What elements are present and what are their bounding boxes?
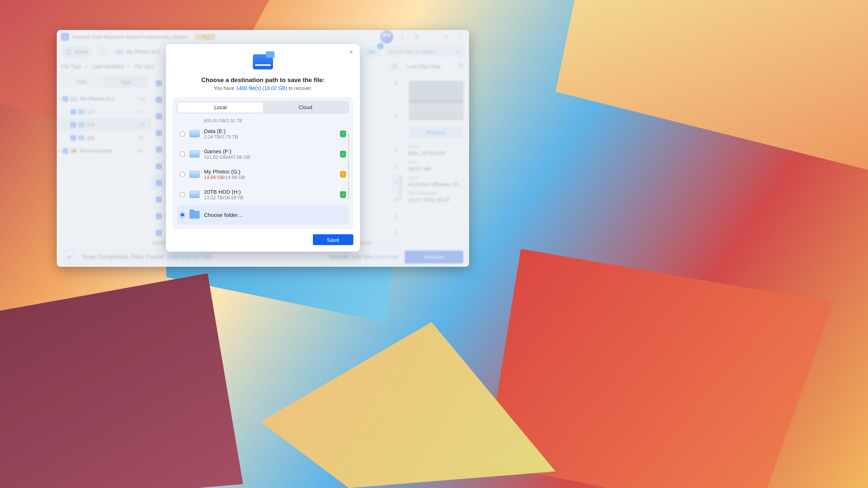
detail-label-size: Size — [408, 160, 464, 165]
radio-icon[interactable] — [180, 151, 185, 157]
save-icon — [253, 54, 273, 69]
filter-file-size[interactable]: File Size — [135, 64, 154, 69]
preview-thumbnail — [409, 81, 464, 120]
detail-label-modified: Date Modified — [408, 191, 464, 196]
checkbox-icon[interactable] — [63, 96, 68, 102]
checkbox-icon[interactable] — [156, 130, 162, 136]
dialog-subtitle: You have 1400 file(s) (18.02 GB) to reco… — [173, 85, 353, 91]
tag-filter-icon[interactable] — [458, 63, 465, 70]
drive-row[interactable]: Games (F:) 321.62 GB/447.06 GB — [177, 144, 349, 164]
up-button[interactable] — [95, 46, 108, 57]
tab-type[interactable]: Type — [104, 76, 148, 88]
checkbox-icon[interactable] — [156, 197, 162, 202]
menu-icon[interactable] — [411, 31, 422, 42]
svg-point-1 — [456, 50, 460, 53]
minimize-button[interactable] — [426, 31, 437, 42]
folder-tree: ▾ My Photos (G:) 743 cr2 341 — [57, 91, 150, 247]
checkbox-icon[interactable] — [156, 147, 162, 153]
search-input[interactable] — [388, 49, 452, 55]
tree-node[interactable]: ▾ My Photos (G:) 743 — [57, 92, 150, 105]
save-destination-dialog: Choose a destination path to save the fi… — [166, 44, 360, 252]
destination-tabs: Local Cloud — [177, 101, 349, 114]
status-warning-icon — [340, 171, 346, 178]
filter-button[interactable]: lter 2 — [365, 46, 381, 57]
drive-row[interactable]: Data (E:) 2.24 TB/2.73 TB — [177, 124, 349, 144]
svg-point-2 — [460, 64, 460, 65]
drive-row[interactable]: My Photos (G:) 14.94 GB/14.98 GB — [177, 164, 349, 184]
detail-label-name: Name — [408, 144, 464, 149]
radio-icon[interactable] — [180, 172, 185, 177]
tab-path[interactable]: Path — [60, 76, 104, 88]
radio-icon[interactable] — [180, 131, 185, 137]
folder-icon — [190, 211, 200, 219]
tab-cloud[interactable]: Cloud — [263, 102, 348, 112]
checkbox-icon[interactable] — [156, 180, 162, 186]
filter-count-badge: 2 — [377, 43, 384, 50]
checkbox-icon[interactable] — [63, 148, 68, 154]
tree-node[interactable]: cr2 341 — [57, 105, 150, 118]
dialog-title: Choose a destination path to save the fi… — [173, 77, 353, 84]
checkbox-icon[interactable] — [156, 114, 162, 119]
maximize-button[interactable] — [440, 31, 451, 42]
folder-icon — [78, 135, 85, 140]
checkbox-icon[interactable] — [71, 135, 76, 141]
tree-node[interactable]: cr3 45 — [57, 118, 150, 131]
selection-summary: Selected: 1400 files (18.02 GB) — [328, 254, 399, 260]
scan-complete-icon — [63, 250, 76, 264]
tab-local[interactable]: Local — [178, 102, 263, 112]
status-ok-icon — [340, 151, 346, 158]
expand-icon[interactable]: ▸ — [57, 149, 63, 153]
export-icon[interactable] — [397, 31, 408, 42]
checkbox-icon[interactable] — [156, 97, 162, 103]
lost-files-only-label: Lost Files Only — [407, 64, 441, 69]
vertical-scrollbar[interactable] — [348, 132, 349, 200]
preview-button[interactable]: Preview — [409, 126, 463, 138]
assistant-avatar-icon[interactable] — [380, 30, 393, 43]
drive-icon — [70, 96, 77, 101]
chevron-down-icon: ▾ — [85, 64, 88, 69]
pro-badge: Pro — [194, 34, 216, 40]
sidebar-tabs: Path Type — [60, 76, 148, 88]
detail-label-type: Type — [408, 175, 464, 180]
folder-icon — [78, 109, 85, 114]
drive-row[interactable]: 20TB HDD (H:) 13.22 TB/18.19 TB — [177, 184, 349, 205]
scan-status-text: Scan Completed, Files Found: 1400 (18.02… — [82, 253, 212, 261]
svg-rect-0 — [444, 35, 447, 38]
breadcrumb-label: My Photos (G:) — [126, 49, 160, 55]
checkbox-icon[interactable] — [156, 230, 162, 236]
checkbox-icon[interactable] — [156, 163, 162, 169]
detail-value-name: IMG_2979.CR3 — [408, 150, 464, 156]
checkbox-icon[interactable] — [71, 122, 76, 128]
radio-icon[interactable] — [180, 192, 185, 197]
checkbox-icon[interactable] — [156, 80, 162, 86]
expand-icon[interactable]: ▾ — [57, 97, 63, 101]
drive-icon — [116, 49, 123, 54]
app-title: EaseUS Data Recovery Wizard Professional… — [73, 34, 187, 40]
detail-value-type: ACDSee Ultimate 2023 CR… — [408, 181, 464, 187]
home-button[interactable]: Home — [61, 46, 92, 57]
detail-value-modified: 13.07.2021 09:27 — [408, 197, 464, 203]
close-button[interactable] — [455, 31, 465, 42]
filter-date-modified[interactable]: Date Modified▾ — [93, 64, 129, 69]
app-logo-icon: ＋ — [61, 33, 69, 41]
recover-button[interactable]: Recover — [405, 251, 463, 264]
save-button[interactable]: Save — [313, 234, 353, 245]
status-ok-icon — [340, 130, 346, 137]
search-icon — [455, 49, 461, 55]
dialog-close-button[interactable] — [347, 48, 356, 56]
chevron-down-icon: ▾ — [127, 64, 129, 69]
search-box[interactable] — [384, 46, 465, 57]
folder-icon — [70, 148, 77, 153]
radio-icon[interactable] — [180, 212, 185, 218]
filter-file-type[interactable]: File Type▾ — [61, 64, 88, 69]
choose-folder-row[interactable]: Choose folder… — [177, 205, 349, 225]
breadcrumb[interactable]: My Photos (G:) — [111, 46, 164, 57]
checkbox-icon[interactable] — [71, 109, 76, 115]
vertical-scrollbar[interactable] — [399, 175, 401, 201]
lost-files-only-toggle[interactable] — [387, 64, 398, 69]
checkbox-icon[interactable] — [156, 213, 162, 219]
tree-node[interactable]: jpg 357 — [57, 131, 150, 144]
tree-node[interactable]: ▸ Reconstructed 657 — [57, 144, 150, 157]
titlebar: ＋ EaseUS Data Recovery Wizard Profession… — [57, 30, 469, 44]
sidebar: Path Type ▾ My Photos (G:) 743 cr2 — [57, 73, 151, 247]
